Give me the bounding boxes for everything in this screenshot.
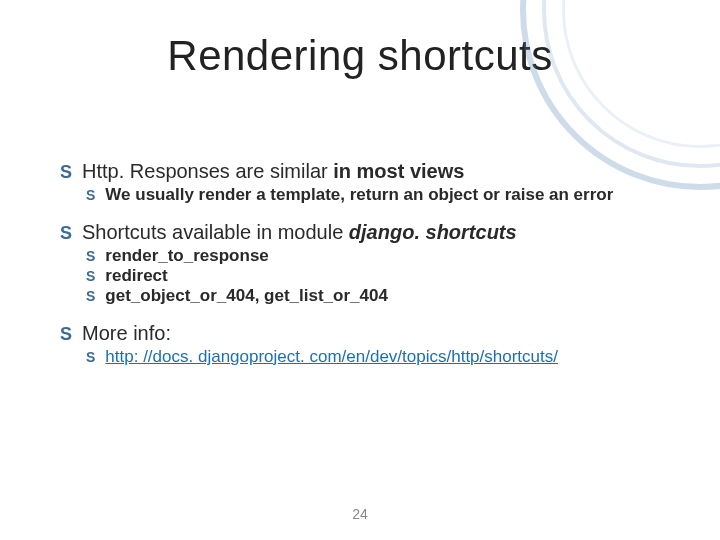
list-item: S Http. Responses are similar in most vi…: [60, 160, 660, 205]
sub-item-text: render_to_response: [105, 246, 268, 266]
list-item: S http: //docs. djangoproject. com/en/de…: [86, 347, 660, 367]
bullet-icon: S: [60, 223, 72, 244]
list-item: S Shortcuts available in module django. …: [60, 221, 660, 306]
item-text: More info:: [82, 322, 171, 345]
sub-list: S We usually render a template, return a…: [86, 185, 660, 205]
bullet-icon: S: [86, 248, 95, 264]
item-text: Shortcuts available in module django. sh…: [82, 221, 517, 244]
text-fragment: Http. Responses are similar: [82, 160, 333, 182]
list-item: S get_object_or_404, get_list_or_404: [86, 286, 660, 306]
page-number: 24: [0, 506, 720, 522]
bullet-icon: S: [86, 349, 95, 365]
bullet-icon: S: [60, 162, 72, 183]
slide-title: Rendering shortcuts: [60, 32, 660, 80]
bullet-icon: S: [86, 187, 95, 203]
text-fragment-bold-italic: django. shortcuts: [349, 221, 517, 243]
list-item: S render_to_response: [86, 246, 660, 266]
docs-link[interactable]: http: //docs. djangoproject. com/en/dev/…: [105, 347, 558, 367]
list-item: S We usually render a template, return a…: [86, 185, 660, 205]
bullet-icon: S: [60, 324, 72, 345]
list-item: S redirect: [86, 266, 660, 286]
sub-item-text: We usually render a template, return an …: [105, 185, 613, 205]
item-text: Http. Responses are similar in most view…: [82, 160, 464, 183]
text-fragment-bold: in most views: [333, 160, 464, 182]
sub-item-text: redirect: [105, 266, 167, 286]
slide: Rendering shortcuts S Http. Responses ar…: [0, 0, 720, 540]
bullet-icon: S: [86, 268, 95, 284]
list-item: S More info: S http: //docs. djangoproje…: [60, 322, 660, 367]
sub-list: S http: //docs. djangoproject. com/en/de…: [86, 347, 660, 367]
sub-list: S render_to_response S redirect S get_ob…: [86, 246, 660, 306]
text-fragment: Shortcuts available in module: [82, 221, 349, 243]
sub-item-text: get_object_or_404, get_list_or_404: [105, 286, 388, 306]
bullet-list: S Http. Responses are similar in most vi…: [60, 160, 660, 367]
bullet-icon: S: [86, 288, 95, 304]
